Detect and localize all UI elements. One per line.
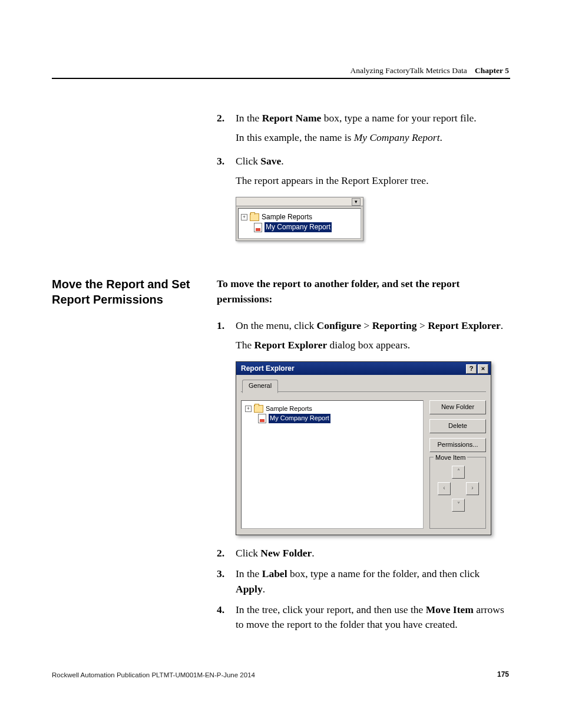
move-up-button[interactable]: ˄ (452, 466, 465, 479)
dialog-tree-panel[interactable]: + Sample Reports My Company Report (241, 400, 424, 529)
step-number: 2. (217, 111, 224, 126)
permissions-button[interactable]: Permissions... (429, 438, 486, 452)
move-step-2: 2. Click New Folder. (217, 546, 510, 561)
tree-label-selected: My Company Report (269, 414, 330, 423)
tree-topbar: ▾ (236, 197, 363, 206)
step-2: 2. In the Report Name box, type a name f… (217, 111, 510, 146)
folder-icon (254, 405, 263, 413)
dropdown-icon[interactable]: ▾ (352, 198, 361, 206)
page-number: 175 (497, 670, 509, 678)
move-left-button[interactable]: ‹ (438, 482, 451, 495)
step-text: In the Report Name box, type a name for … (236, 112, 477, 124)
folder-icon (250, 213, 259, 221)
step-text: On the menu, click Configure > Reporting… (236, 319, 503, 331)
new-folder-button[interactable]: New Folder (429, 400, 486, 414)
move-step-4: 4. In the tree, click your report, and t… (217, 602, 510, 633)
move-right-button[interactable]: › (466, 482, 479, 495)
expand-icon[interactable]: + (241, 214, 247, 220)
move-step-1: 1. On the menu, click Configure > Report… (217, 318, 510, 535)
tree-row-folder[interactable]: + Sample Reports (245, 404, 419, 414)
footer-publication: Rockwell Automation Publication PLTMT-UM… (52, 671, 255, 678)
move-step-3: 3. In the Label box, type a name for the… (217, 566, 510, 597)
step-text: Click New Folder. (236, 547, 315, 559)
delete-button[interactable]: Delete (429, 419, 486, 433)
report-icon (258, 414, 266, 423)
report-explorer-dialog: Report Explorer ? × General (236, 361, 491, 535)
tree-row-report[interactable]: My Company Report (245, 414, 419, 423)
tree-row-report[interactable]: My Company Report (241, 222, 358, 232)
header-section: Analyzing FactoryTalk Metrics Data (351, 66, 467, 75)
step-text: In the Label box, type a name for the fo… (236, 568, 480, 594)
header-chapter: Chapter 5 (475, 66, 509, 75)
tree-panel: + Sample Reports My Company Report (238, 208, 361, 239)
step-number: 3. (217, 566, 224, 581)
step-subtext: The Report Explorer dialog box appears. (236, 338, 510, 353)
tab-general[interactable]: General (242, 380, 278, 393)
move-down-button[interactable]: ˅ (452, 499, 465, 512)
help-button[interactable]: ? (466, 364, 477, 374)
header-rule (52, 78, 510, 79)
lead-paragraph: To move the report to another folder, an… (217, 276, 510, 307)
expand-icon[interactable]: + (245, 406, 252, 412)
tree-row-folder[interactable]: + Sample Reports (241, 212, 358, 222)
side-heading: Move the Report and Set Report Permissio… (52, 276, 199, 307)
move-item-group: Move Item ˄ ‹ › ˅ (429, 457, 486, 529)
running-header: Analyzing FactoryTalk Metrics Data Chapt… (351, 66, 509, 75)
step-subtext: In this example, the name is My Company … (236, 130, 510, 145)
report-icon (254, 223, 262, 232)
step-number: 2. (217, 546, 224, 561)
step-subtext: The report appears in the Report Explore… (236, 173, 510, 188)
step-number: 3. (217, 154, 224, 169)
step-3: 3. Click Save. The report appears in the… (217, 154, 510, 242)
close-button[interactable]: × (478, 364, 488, 374)
tree-label-selected: My Company Report (265, 222, 332, 232)
dialog-title: Report Explorer (241, 364, 295, 374)
tree-label: Sample Reports (266, 404, 312, 414)
move-item-label: Move Item (434, 453, 467, 463)
step-number: 1. (217, 318, 224, 333)
step-number: 4. (217, 602, 224, 617)
step-text: In the tree, click your report, and then… (236, 604, 504, 630)
dialog-titlebar[interactable]: Report Explorer ? × (236, 362, 491, 375)
step-text: Click Save. (236, 155, 284, 167)
tree-screenshot: ▾ + Sample Reports My Company Report (236, 197, 363, 242)
tab-strip: General (241, 378, 486, 392)
tree-label: Sample Reports (262, 212, 312, 222)
